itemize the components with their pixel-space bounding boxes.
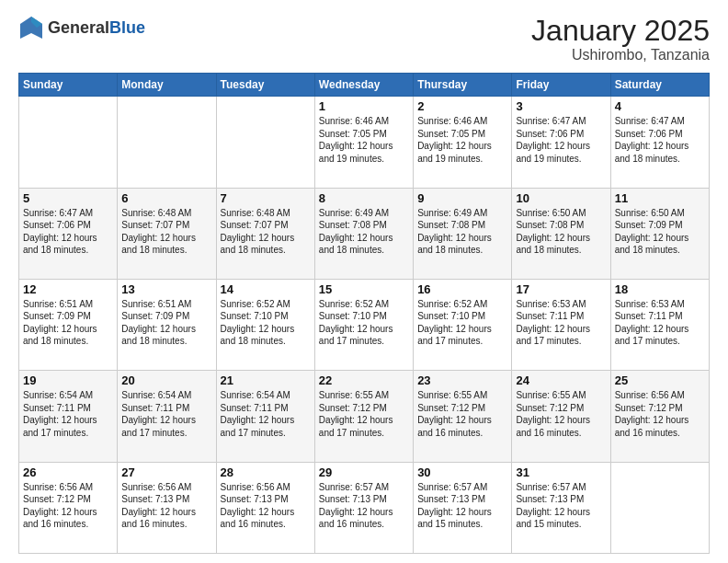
day-number: 31 [516, 465, 606, 479]
day-number: 28 [221, 465, 311, 479]
day-info: Sunrise: 6:47 AM Sunset: 7:06 PM Dayligh… [516, 115, 606, 165]
location-title: Ushirombo, Tanzania [531, 47, 710, 63]
day-info: Sunrise: 6:51 AM Sunset: 7:09 PM Dayligh… [121, 298, 211, 348]
calendar-cell: 29Sunrise: 6:57 AM Sunset: 7:13 PM Dayli… [314, 462, 413, 553]
day-number: 24 [516, 373, 606, 387]
day-info: Sunrise: 6:46 AM Sunset: 7:05 PM Dayligh… [417, 115, 507, 165]
day-info: Sunrise: 6:53 AM Sunset: 7:11 PM Dayligh… [516, 298, 606, 348]
calendar-cell: 14Sunrise: 6:52 AM Sunset: 7:10 PM Dayli… [216, 279, 314, 370]
calendar-cell [19, 97, 118, 188]
day-number: 27 [121, 465, 211, 479]
day-number: 30 [417, 465, 507, 479]
day-number: 2 [417, 99, 507, 113]
calendar-cell: 9Sunrise: 6:49 AM Sunset: 7:08 PM Daylig… [414, 188, 512, 279]
calendar-cell: 28Sunrise: 6:56 AM Sunset: 7:13 PM Dayli… [216, 462, 314, 553]
day-number: 25 [615, 373, 705, 387]
day-info: Sunrise: 6:54 AM Sunset: 7:11 PM Dayligh… [121, 389, 211, 439]
title-block: January 2025 Ushirombo, Tanzania [531, 15, 710, 63]
day-info: Sunrise: 6:47 AM Sunset: 7:06 PM Dayligh… [615, 115, 705, 165]
day-number: 3 [516, 99, 606, 113]
day-info: Sunrise: 6:54 AM Sunset: 7:11 PM Dayligh… [23, 389, 113, 439]
calendar-cell [118, 97, 216, 188]
day-number: 10 [516, 191, 606, 205]
day-info: Sunrise: 6:55 AM Sunset: 7:12 PM Dayligh… [319, 389, 409, 439]
header: GeneralBlue January 2025 Ushirombo, Tanz… [18, 15, 710, 63]
calendar-cell: 25Sunrise: 6:56 AM Sunset: 7:12 PM Dayli… [610, 371, 709, 462]
calendar-cell: 4Sunrise: 6:47 AM Sunset: 7:06 PM Daylig… [610, 97, 709, 188]
day-info: Sunrise: 6:57 AM Sunset: 7:13 PM Dayligh… [516, 481, 606, 531]
day-info: Sunrise: 6:49 AM Sunset: 7:08 PM Dayligh… [319, 207, 409, 257]
day-info: Sunrise: 6:57 AM Sunset: 7:13 PM Dayligh… [319, 481, 409, 531]
day-number: 9 [417, 191, 507, 205]
day-number: 1 [319, 99, 409, 113]
calendar-cell: 24Sunrise: 6:55 AM Sunset: 7:12 PM Dayli… [512, 371, 610, 462]
day-info: Sunrise: 6:48 AM Sunset: 7:07 PM Dayligh… [221, 207, 311, 257]
day-number: 8 [319, 191, 409, 205]
calendar-cell: 11Sunrise: 6:50 AM Sunset: 7:09 PM Dayli… [610, 188, 709, 279]
day-number: 20 [121, 373, 211, 387]
day-number: 11 [615, 191, 705, 205]
day-number: 4 [615, 99, 705, 113]
day-number: 17 [516, 282, 606, 296]
calendar-cell [610, 462, 709, 553]
calendar-cell: 6Sunrise: 6:48 AM Sunset: 7:07 PM Daylig… [118, 188, 216, 279]
calendar-cell: 13Sunrise: 6:51 AM Sunset: 7:09 PM Dayli… [118, 279, 216, 370]
day-number: 16 [417, 282, 507, 296]
week-row-2: 5Sunrise: 6:47 AM Sunset: 7:06 PM Daylig… [19, 188, 710, 279]
day-number: 29 [319, 465, 409, 479]
day-info: Sunrise: 6:46 AM Sunset: 7:05 PM Dayligh… [319, 115, 409, 165]
calendar-cell: 15Sunrise: 6:52 AM Sunset: 7:10 PM Dayli… [314, 279, 413, 370]
calendar-cell: 27Sunrise: 6:56 AM Sunset: 7:13 PM Dayli… [118, 462, 216, 553]
weekday-header-thursday: Thursday [414, 74, 512, 97]
week-row-1: 1Sunrise: 6:46 AM Sunset: 7:05 PM Daylig… [19, 97, 710, 188]
day-info: Sunrise: 6:53 AM Sunset: 7:11 PM Dayligh… [615, 298, 705, 348]
weekday-header-monday: Monday [118, 74, 216, 97]
calendar-cell: 12Sunrise: 6:51 AM Sunset: 7:09 PM Dayli… [19, 279, 118, 370]
calendar-cell: 22Sunrise: 6:55 AM Sunset: 7:12 PM Dayli… [314, 371, 413, 462]
day-info: Sunrise: 6:52 AM Sunset: 7:10 PM Dayligh… [319, 298, 409, 348]
calendar-table: SundayMondayTuesdayWednesdayThursdayFrid… [18, 73, 710, 554]
day-info: Sunrise: 6:51 AM Sunset: 7:09 PM Dayligh… [23, 298, 113, 348]
calendar-cell: 18Sunrise: 6:53 AM Sunset: 7:11 PM Dayli… [610, 279, 709, 370]
day-number: 19 [23, 373, 113, 387]
day-info: Sunrise: 6:50 AM Sunset: 7:09 PM Dayligh… [615, 207, 705, 257]
day-number: 12 [23, 282, 113, 296]
day-info: Sunrise: 6:48 AM Sunset: 7:07 PM Dayligh… [121, 207, 211, 257]
day-info: Sunrise: 6:49 AM Sunset: 7:08 PM Dayligh… [417, 207, 507, 257]
calendar-cell: 16Sunrise: 6:52 AM Sunset: 7:10 PM Dayli… [414, 279, 512, 370]
day-info: Sunrise: 6:52 AM Sunset: 7:10 PM Dayligh… [417, 298, 507, 348]
weekday-header-saturday: Saturday [610, 74, 709, 97]
day-info: Sunrise: 6:54 AM Sunset: 7:11 PM Dayligh… [221, 389, 311, 439]
day-info: Sunrise: 6:56 AM Sunset: 7:13 PM Dayligh… [121, 481, 211, 531]
weekday-header-friday: Friday [512, 74, 610, 97]
day-info: Sunrise: 6:56 AM Sunset: 7:13 PM Dayligh… [221, 481, 311, 531]
calendar-cell: 3Sunrise: 6:47 AM Sunset: 7:06 PM Daylig… [512, 97, 610, 188]
day-number: 5 [23, 191, 113, 205]
logo-general: General [48, 18, 109, 37]
week-row-4: 19Sunrise: 6:54 AM Sunset: 7:11 PM Dayli… [19, 371, 710, 462]
logo-blue: Blue [109, 18, 145, 37]
calendar-cell: 8Sunrise: 6:49 AM Sunset: 7:08 PM Daylig… [314, 188, 413, 279]
page: GeneralBlue January 2025 Ushirombo, Tanz… [0, 0, 728, 563]
day-number: 7 [221, 191, 311, 205]
day-number: 21 [221, 373, 311, 387]
weekday-header-wednesday: Wednesday [314, 74, 413, 97]
day-number: 13 [121, 282, 211, 296]
day-number: 6 [121, 191, 211, 205]
calendar-cell: 2Sunrise: 6:46 AM Sunset: 7:05 PM Daylig… [414, 97, 512, 188]
calendar-cell: 5Sunrise: 6:47 AM Sunset: 7:06 PM Daylig… [19, 188, 118, 279]
calendar-cell: 20Sunrise: 6:54 AM Sunset: 7:11 PM Dayli… [118, 371, 216, 462]
month-title: January 2025 [531, 15, 710, 47]
week-row-5: 26Sunrise: 6:56 AM Sunset: 7:12 PM Dayli… [19, 462, 710, 553]
weekday-header-row: SundayMondayTuesdayWednesdayThursdayFrid… [19, 74, 710, 97]
calendar-cell: 10Sunrise: 6:50 AM Sunset: 7:08 PM Dayli… [512, 188, 610, 279]
weekday-header-tuesday: Tuesday [216, 74, 314, 97]
day-info: Sunrise: 6:55 AM Sunset: 7:12 PM Dayligh… [516, 389, 606, 439]
calendar-cell: 30Sunrise: 6:57 AM Sunset: 7:13 PM Dayli… [414, 462, 512, 553]
day-info: Sunrise: 6:50 AM Sunset: 7:08 PM Dayligh… [516, 207, 606, 257]
week-row-3: 12Sunrise: 6:51 AM Sunset: 7:09 PM Dayli… [19, 279, 710, 370]
calendar-cell: 17Sunrise: 6:53 AM Sunset: 7:11 PM Dayli… [512, 279, 610, 370]
calendar-cell: 19Sunrise: 6:54 AM Sunset: 7:11 PM Dayli… [19, 371, 118, 462]
day-number: 14 [221, 282, 311, 296]
calendar-cell: 26Sunrise: 6:56 AM Sunset: 7:12 PM Dayli… [19, 462, 118, 553]
